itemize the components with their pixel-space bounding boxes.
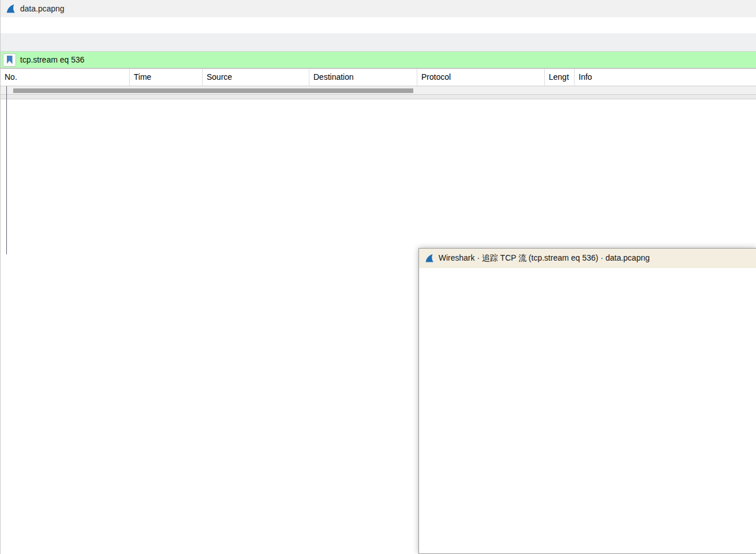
window-titlebar[interactable]: data.pcapng <box>1 0 756 17</box>
wireshark-fin-icon <box>6 4 15 14</box>
column-header-info[interactable]: Info <box>575 69 756 86</box>
wireshark-window: data.pcapng No. Time Source Destination … <box>0 0 756 554</box>
horizontal-scrollbar-thumb[interactable] <box>13 88 413 93</box>
column-header-time[interactable]: Time <box>130 69 203 86</box>
column-header-destination[interactable]: Destination <box>309 69 417 86</box>
column-header-length[interactable]: Lengt <box>545 69 575 86</box>
wireshark-fin-icon <box>425 254 434 263</box>
display-filter-input[interactable] <box>20 55 756 64</box>
column-header-no[interactable]: No. <box>1 69 130 86</box>
dialog-title: Wireshark · 追踪 TCP 流 (tcp.stream eq 536)… <box>439 253 650 264</box>
dialog-titlebar[interactable]: Wireshark · 追踪 TCP 流 (tcp.stream eq 536)… <box>419 249 756 268</box>
packet-detail-pane <box>1 99 756 100</box>
menu-bar <box>1 17 756 33</box>
pane-splitter[interactable] <box>1 94 756 99</box>
stream-content[interactable] <box>419 268 756 282</box>
packet-list-header: No. Time Source Destination Protocol Len… <box>1 69 756 86</box>
filter-bar <box>1 52 756 69</box>
column-header-source[interactable]: Source <box>203 69 309 86</box>
bookmark-icon <box>7 56 13 64</box>
horizontal-scrollbar <box>1 86 756 94</box>
column-header-protocol[interactable]: Protocol <box>417 69 545 86</box>
window-title: data.pcapng <box>20 4 64 13</box>
filter-bookmark-button[interactable] <box>3 53 16 67</box>
follow-stream-dialog: Wireshark · 追踪 TCP 流 (tcp.stream eq 536)… <box>418 248 756 554</box>
main-toolbar <box>1 33 756 52</box>
